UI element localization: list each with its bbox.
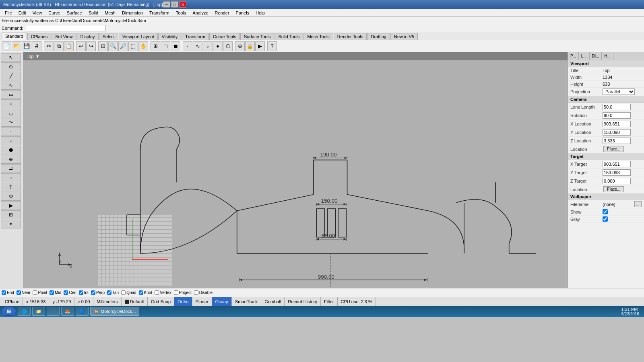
menu-surface[interactable]: Surface <box>64 10 85 16</box>
cplane-seg[interactable]: CPlane <box>2 297 23 306</box>
toolbar-tab-display[interactable]: Display <box>76 33 98 40</box>
snap-checkbox-knot[interactable] <box>139 290 143 295</box>
toolbar-tab-visibility[interactable]: Visibility <box>158 33 182 40</box>
snap-icon[interactable]: ⊕ <box>235 41 245 51</box>
toolbar-tab-select[interactable]: Select <box>99 33 119 40</box>
menu-solid[interactable]: Solid <box>85 10 101 16</box>
freeform-tool[interactable]: 〜 <box>1 118 21 127</box>
snap-checkbox-vertex[interactable] <box>155 290 159 295</box>
zoom-ext-icon[interactable]: ⊡ <box>98 41 108 51</box>
save-icon[interactable]: 💾 <box>22 41 31 51</box>
lens-input[interactable] <box>603 104 631 110</box>
toolbar-tab-curve-tools[interactable]: Curve Tools <box>209 33 240 40</box>
render-icon[interactable]: ▶ <box>255 41 265 51</box>
snap-checkbox-cen[interactable] <box>64 290 68 295</box>
boolean-tool[interactable]: ⊕ <box>1 155 21 164</box>
taskbar-explorer[interactable]: 📁 <box>32 307 45 316</box>
panel-tab-layers[interactable]: L... <box>579 52 590 60</box>
toolbar-tab-standard[interactable]: Standard <box>2 33 27 40</box>
text-tool[interactable]: T <box>1 183 21 191</box>
gray-checkbox[interactable] <box>603 216 608 222</box>
filename-browse-btn[interactable]: ... <box>634 201 642 207</box>
curve-icon[interactable]: ∿ <box>193 41 202 51</box>
snap-checkbox-int[interactable] <box>79 290 83 295</box>
menu-transform[interactable]: Transform <box>146 10 173 16</box>
target-location-btn[interactable]: Place... <box>603 186 624 192</box>
cut-icon[interactable]: ✂ <box>44 41 54 51</box>
gumball-seg[interactable]: Gumball <box>261 297 285 306</box>
rect-tool[interactable]: ▭ <box>1 90 21 99</box>
viewport-dropdown-icon[interactable]: ▼ <box>35 54 40 59</box>
print-icon[interactable]: 🖨 <box>32 41 41 51</box>
yloc-input[interactable] <box>603 129 631 136</box>
menu-curve[interactable]: Curve <box>45 10 63 16</box>
menu-edit[interactable]: Edit <box>15 10 29 16</box>
toolbar-tab-solid-tools[interactable]: Solid Tools <box>275 33 303 40</box>
arc-tool[interactable]: ◡ <box>1 109 21 117</box>
zoom-in-icon[interactable]: 🔍 <box>108 41 118 51</box>
sphere-icon[interactable]: ● <box>213 41 223 51</box>
new-icon[interactable]: 📄 <box>2 41 11 51</box>
extrude-tool[interactable]: ⬢ <box>1 146 21 154</box>
shade-icon[interactable]: ◼ <box>171 41 180 51</box>
zoom-out-icon[interactable]: 🔎 <box>118 41 128 51</box>
misc-tool[interactable]: ⊞ <box>1 210 21 219</box>
copy-icon[interactable]: ⧉ <box>54 41 64 51</box>
lock-icon[interactable]: 🔒 <box>245 41 255 51</box>
snap-checkbox-perp[interactable] <box>91 290 95 295</box>
snap-checkbox-point[interactable] <box>33 290 37 295</box>
projection-select[interactable]: Parallel Perspective <box>603 88 635 95</box>
filter-seg[interactable]: Filter <box>321 297 337 306</box>
menu-dimension[interactable]: Dimension <box>119 10 146 16</box>
zloc-input[interactable] <box>603 138 631 144</box>
menu-panels[interactable]: Panels <box>233 10 253 16</box>
menu-view[interactable]: View <box>29 10 45 16</box>
smarttrack-seg[interactable]: SmartTrack <box>232 297 261 306</box>
record-history-seg[interactable]: Record History <box>285 297 321 306</box>
curve-tool[interactable]: ∿ <box>1 81 21 90</box>
panel-tab-help[interactable]: H... <box>602 52 613 60</box>
pan-icon[interactable]: ✋ <box>138 41 148 51</box>
menu-render[interactable]: Render <box>212 10 233 16</box>
undo-icon[interactable]: ↩ <box>76 41 86 51</box>
maximize-button[interactable]: □ <box>171 1 178 8</box>
command-input[interactable] <box>25 25 105 31</box>
toolbar-tab-viewport-layout[interactable]: Viewport Layout <box>119 33 158 40</box>
snap-checkbox-end[interactable] <box>2 290 6 295</box>
snap-checkbox-quad[interactable] <box>121 290 126 295</box>
cam-location-btn[interactable]: Place... <box>603 146 624 152</box>
snap-checkbox-tan[interactable] <box>107 290 111 295</box>
paste-icon[interactable]: 📋 <box>64 41 74 51</box>
circle-tool[interactable]: ○ <box>1 99 21 108</box>
toolbar-tab-drafting[interactable]: Drafting <box>367 33 390 40</box>
osnap-seg[interactable]: Osnap <box>212 297 232 306</box>
toolbar-tab-cplanes[interactable]: CPlanes <box>27 33 52 40</box>
viewport-canvas[interactable]: 190.00 150.00 65.00 <box>23 60 568 288</box>
taskbar-rhino[interactable]: 🐎 MotorcycleDock... <box>90 307 139 316</box>
taskbar-firefox[interactable]: 🦊 <box>61 307 74 316</box>
snap-checkbox-project[interactable] <box>174 290 178 295</box>
surface-tool[interactable]: ⬦ <box>1 136 21 145</box>
point-icon[interactable]: · <box>183 41 192 51</box>
minimize-button[interactable]: ─ <box>163 1 170 8</box>
ztarget-input[interactable] <box>603 178 631 184</box>
extras-tool[interactable]: ✦ <box>1 220 21 228</box>
select-pts-tool[interactable]: ⊙ <box>1 62 21 71</box>
menu-tools[interactable]: Tools <box>173 10 190 16</box>
panel-tab-display[interactable]: Di... <box>590 52 602 60</box>
xloc-input[interactable] <box>603 121 631 127</box>
taskbar-media[interactable]: 🎵 <box>47 307 60 316</box>
grid-icon[interactable]: ⊞ <box>151 41 160 51</box>
rotation-input[interactable] <box>603 112 631 119</box>
analyze-tool[interactable]: ⚙ <box>1 192 21 201</box>
mesh-icon[interactable]: ⬡ <box>223 41 233 51</box>
menu-mesh[interactable]: Mesh <box>101 10 119 16</box>
toolbar-tab-mesh-tools[interactable]: Mesh Tools <box>303 33 333 40</box>
taskbar-ie[interactable]: 🌐 <box>18 307 31 316</box>
surface-icon[interactable]: ⬦ <box>203 41 213 51</box>
panel-tab-properties[interactable]: P... <box>568 52 579 60</box>
wire-icon[interactable]: ◻ <box>161 41 170 51</box>
help-icon[interactable]: ? <box>267 41 277 51</box>
dim-tool[interactable]: ↔ <box>1 173 21 182</box>
transform-tool[interactable]: ⇄ <box>1 164 21 173</box>
